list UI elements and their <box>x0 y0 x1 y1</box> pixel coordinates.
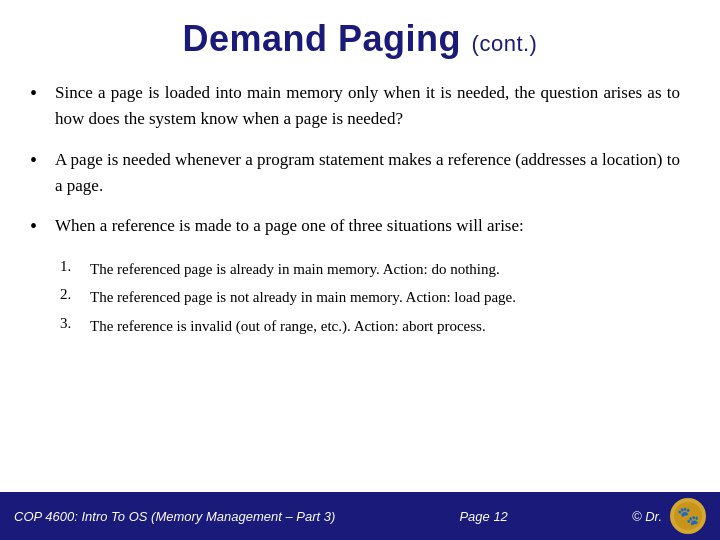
bullet-dot-2: • <box>30 149 37 172</box>
num-1: 1. <box>60 258 78 275</box>
bullet-text-1: Since a page is loaded into main memory … <box>55 80 680 133</box>
num-text-1: The referenced page is already in main m… <box>90 258 500 281</box>
slide-header: Demand Paging (cont.) <box>0 0 720 70</box>
logo-symbol: 🐾 <box>677 505 699 527</box>
numbered-item-3: 3. The reference is invalid (out of rang… <box>60 315 680 338</box>
numbered-item-1: 1. The referenced page is already in mai… <box>60 258 680 281</box>
bullet-item-2: • A page is needed whenever a program st… <box>30 147 680 200</box>
footer-copyright: © Dr. <box>632 509 662 524</box>
slide-footer: COP 4600: Intro To OS (Memory Management… <box>0 492 720 540</box>
bullet-text-3: When a reference is made to a page one o… <box>55 213 524 239</box>
slide-body: • Since a page is loaded into main memor… <box>0 70 720 492</box>
num-text-3: The reference is invalid (out of range, … <box>90 315 486 338</box>
logo-circle: 🐾 <box>670 498 706 534</box>
footer-left: COP 4600: Intro To OS (Memory Management… <box>14 509 335 524</box>
bullet-dot-3: • <box>30 215 37 238</box>
num-3: 3. <box>60 315 78 332</box>
slide-title: Demand Paging (cont.) <box>183 18 538 59</box>
title-subtitle: (cont.) <box>472 31 538 56</box>
bullet-dot-1: • <box>30 82 37 105</box>
footer-center: Page 12 <box>459 509 507 524</box>
bullet-item-3: • When a reference is made to a page one… <box>30 213 680 239</box>
bullet-item-1: • Since a page is loaded into main memor… <box>30 80 680 133</box>
slide: Demand Paging (cont.) • Since a page is … <box>0 0 720 540</box>
num-text-2: The referenced page is not already in ma… <box>90 286 516 309</box>
logo-inner: 🐾 <box>674 502 702 530</box>
numbered-item-2: 2. The referenced page is not already in… <box>60 286 680 309</box>
num-2: 2. <box>60 286 78 303</box>
numbered-list: 1. The referenced page is already in mai… <box>30 258 680 338</box>
footer-right: © Dr. 🐾 <box>632 498 706 534</box>
title-main: Demand Paging <box>183 18 462 59</box>
bullet-text-2: A page is needed whenever a program stat… <box>55 147 680 200</box>
